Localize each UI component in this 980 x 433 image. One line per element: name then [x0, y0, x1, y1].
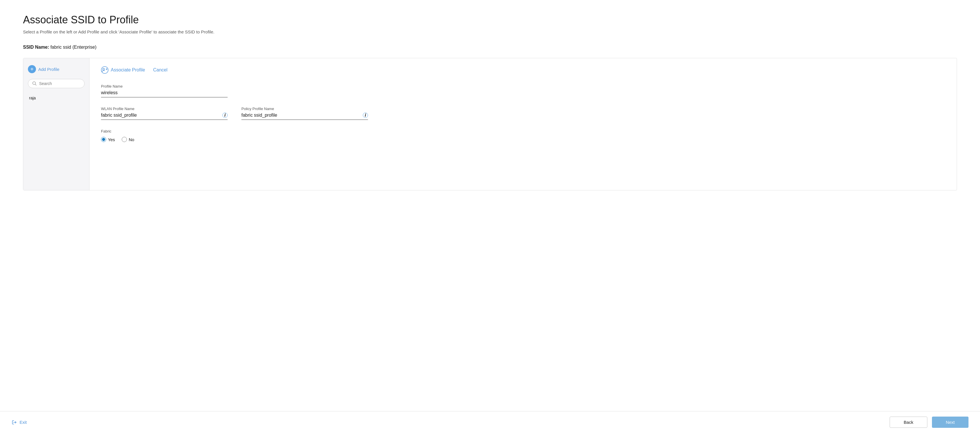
- profile-name-group: Profile Name wireless: [101, 84, 228, 97]
- add-profile-icon: +: [28, 65, 36, 73]
- associate-profile-icon: [101, 66, 108, 74]
- wlan-profile-value: fabric ssid_profile: [101, 113, 137, 118]
- associate-profile-button[interactable]: Associate Profile: [101, 66, 145, 74]
- page-title: Associate SSID to Profile: [23, 14, 957, 26]
- wlan-info-icon[interactable]: i: [223, 113, 228, 118]
- next-button[interactable]: Next: [932, 417, 969, 428]
- search-input[interactable]: [39, 81, 80, 86]
- list-item[interactable]: raja: [28, 94, 84, 102]
- svg-point-3: [103, 68, 105, 70]
- ssid-name-row: SSID Name: fabric ssid (Enterprise): [23, 45, 957, 50]
- sidebar: + Add Profile raja: [23, 58, 89, 190]
- fabric-no-radio[interactable]: [122, 137, 127, 142]
- ssid-name-value-text: fabric ssid (Enterprise): [50, 45, 96, 50]
- cancel-button[interactable]: Cancel: [153, 67, 167, 73]
- exit-label: Exit: [19, 420, 27, 425]
- fabric-no-option[interactable]: No: [122, 137, 134, 142]
- policy-profile-group: Policy Profile Name fabric ssid_profile …: [242, 107, 368, 120]
- fabric-yes-label: Yes: [108, 137, 115, 142]
- exit-button[interactable]: Exit: [11, 419, 27, 425]
- fabric-yes-option[interactable]: Yes: [101, 137, 115, 142]
- fabric-yes-radio[interactable]: [101, 137, 106, 142]
- wlan-profile-label: WLAN Profile Name: [101, 107, 228, 111]
- wlan-profile-value-row: fabric ssid_profile i: [101, 113, 228, 120]
- fabric-radio-group: Yes No: [101, 137, 945, 142]
- policy-profile-value: fabric ssid_profile: [242, 113, 277, 118]
- footer: Exit Back Next: [0, 411, 980, 433]
- profile-name-label: Profile Name: [101, 84, 228, 88]
- search-icon: [32, 81, 37, 86]
- exit-icon: [11, 419, 17, 425]
- content-area: + Add Profile raja: [23, 58, 957, 190]
- wlan-profile-group: WLAN Profile Name fabric ssid_profile i: [101, 107, 228, 120]
- footer-actions: Back Next: [890, 417, 969, 428]
- svg-point-2: [101, 67, 108, 73]
- fabric-no-label: No: [129, 137, 134, 142]
- ssid-name-label: SSID Name:: [23, 45, 49, 50]
- policy-profile-label: Policy Profile Name: [242, 107, 368, 111]
- svg-line-1: [35, 85, 37, 86]
- search-box: [28, 79, 84, 88]
- fabric-label: Fabric: [101, 129, 945, 133]
- associate-profile-label: Associate Profile: [111, 67, 145, 73]
- add-profile-button[interactable]: + Add Profile: [28, 65, 59, 73]
- policy-info-icon[interactable]: i: [363, 113, 368, 118]
- policy-profile-value-row: fabric ssid_profile i: [242, 113, 368, 120]
- page-subtitle: Select a Profile on the left or Add Prof…: [23, 29, 957, 34]
- add-profile-label: Add Profile: [38, 67, 59, 72]
- back-button[interactable]: Back: [890, 417, 928, 428]
- wlan-policy-row: WLAN Profile Name fabric ssid_profile i …: [101, 107, 945, 120]
- fabric-section: Fabric Yes No: [101, 129, 945, 142]
- right-panel: Associate Profile Cancel Profile Name wi…: [89, 58, 957, 190]
- action-bar: Associate Profile Cancel: [101, 66, 945, 74]
- profile-name-value: wireless: [101, 90, 228, 97]
- form-section: Profile Name wireless WLAN Profile Name …: [101, 84, 945, 142]
